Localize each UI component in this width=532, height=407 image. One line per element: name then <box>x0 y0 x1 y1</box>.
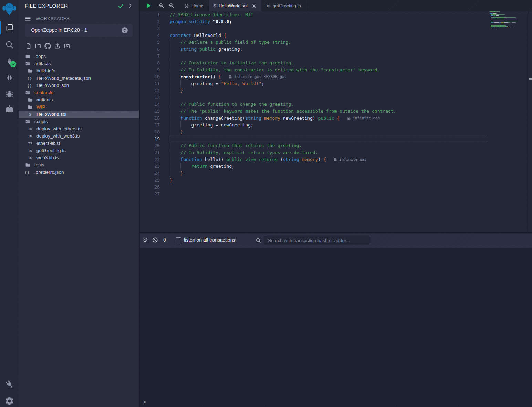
tree-item-label: HelloWorld.sol <box>36 112 66 117</box>
terminal-output[interactable]: > <box>140 248 532 407</box>
code-line-27[interactable]: 27 <box>140 191 487 197</box>
code-line-15[interactable]: 15 // The "public" keyword makes the fun… <box>140 108 487 115</box>
typescript-icon: TS <box>27 147 33 153</box>
tree-item--prettierrc-json[interactable]: { }.prettierrc.json <box>19 169 139 176</box>
code-line-11[interactable]: 11 greeting = "Hello, World!"; <box>140 80 487 87</box>
code-line-9[interactable]: 9 // In Solidity, the constructor is def… <box>140 67 487 73</box>
search-icon <box>5 40 14 49</box>
code-line-18[interactable]: 18 } <box>140 129 487 135</box>
code-line-5[interactable]: 5 // Declare a public field of type stri… <box>140 39 487 46</box>
solidity-icon: S <box>213 3 217 8</box>
tree-item-deploy-with-ethers-ts[interactable]: TSdeploy_with_ethers.ts <box>19 125 139 132</box>
tree-item-deploy-with-web3-ts[interactable]: TSdeploy_with_web3.ts <box>19 132 139 140</box>
code-line-2[interactable]: 2pragma solidity ^0.8.0; <box>140 18 487 25</box>
gas-pump-icon <box>229 75 234 79</box>
code-line-6[interactable]: 6 string public greeting; <box>140 46 487 53</box>
code-line-25[interactable]: 25} <box>140 177 487 184</box>
new-file-icon[interactable] <box>25 42 32 50</box>
code-line-23[interactable]: 23 return greeting; <box>140 163 487 170</box>
code-line-7[interactable]: 7 <box>140 53 487 60</box>
file-explorer-panel: FILE EXPLORER WORKSPACES OpenZeppelin ER… <box>19 0 140 407</box>
workspaces-label: WORKSPACES <box>36 16 70 21</box>
upload-file-icon[interactable] <box>54 42 61 50</box>
workspace-select[interactable]: OpenZeppelin ERC20 - 1 <box>25 24 133 37</box>
code-line-20[interactable]: 20 // Public function that returns the g… <box>140 142 487 149</box>
code-line-4[interactable]: 4contract HelloWorld { <box>140 32 487 39</box>
code-line-12[interactable]: 12 } <box>140 87 487 94</box>
code-text: greeting = "Hello, World!"; <box>170 80 264 87</box>
line-number: 25 <box>140 177 160 184</box>
tree-item-ethers-lib-ts[interactable]: TSethers-lib.ts <box>19 140 139 147</box>
plug-icon <box>5 379 14 389</box>
folder-icon <box>25 53 31 59</box>
line-number: 26 <box>140 184 160 191</box>
activity-item-deploy-and-run[interactable] <box>0 70 19 85</box>
tree-item-artifacts[interactable]: artifacts <box>19 60 139 67</box>
tree-item--deps[interactable]: .deps <box>19 53 139 60</box>
scrollbar-thumb[interactable] <box>529 78 532 80</box>
tree-item-helloworld-sol[interactable]: SHelloWorld.sol <box>19 111 139 118</box>
chevrons-down-icon[interactable] <box>143 238 148 243</box>
json-icon: { } <box>27 75 32 81</box>
close-icon[interactable] <box>252 3 257 8</box>
remix-logo-icon[interactable] <box>1 1 17 17</box>
new-folder-icon[interactable] <box>34 42 41 50</box>
tree-item-getgreeting-ts[interactable]: TSgetGreeting.ts <box>19 147 139 154</box>
play-icon[interactable] <box>145 2 152 9</box>
code-line-24[interactable]: 24 } <box>140 170 487 177</box>
code-line-17[interactable]: 17 greeting = newGreeting; <box>140 122 487 129</box>
typescript-icon: TS <box>27 133 33 139</box>
activity-item-debugger[interactable] <box>0 86 19 101</box>
tab-getgreeting-ts[interactable]: TSgetGreeting.ts <box>262 0 306 11</box>
tree-item-tests[interactable]: tests <box>19 161 139 169</box>
activity-item-search[interactable] <box>0 37 19 52</box>
code-text: greeting = newGreeting; <box>170 122 253 129</box>
tree-item-contracts[interactable]: contracts <box>19 89 139 96</box>
tab-home[interactable]: Home <box>179 0 209 11</box>
tree-item-web3-lib-ts[interactable]: TSweb3-lib.ts <box>19 154 139 161</box>
code-line-13[interactable]: 13 <box>140 94 487 101</box>
code-line-21[interactable]: 21 // In Solidity, explicit return types… <box>140 149 487 156</box>
github-icon[interactable] <box>44 42 51 50</box>
tree-item-build-info[interactable]: build-info <box>19 67 139 74</box>
code-line-19[interactable]: 19 <box>140 135 487 142</box>
code-line-22[interactable]: 22 function hello() public view returns … <box>140 156 487 163</box>
tree-item-helloworld-metadata-json[interactable]: { }HelloWorld_metadata.json <box>19 74 139 82</box>
tab-helloworld-sol[interactable]: SHelloWorld.sol <box>209 0 262 11</box>
ban-icon[interactable] <box>152 237 158 243</box>
code-line-16[interactable]: 16 function changeGreeting(string memory… <box>140 115 487 122</box>
zoom-out-icon[interactable] <box>159 3 165 9</box>
activity-item-learneth[interactable] <box>0 102 19 117</box>
tree-item-artifacts[interactable]: artifacts <box>19 96 139 103</box>
tree-item-label: getGreeting.ts <box>36 148 66 153</box>
workspace-name: OpenZeppelin ERC20 - 1 <box>31 27 87 33</box>
tree-item-helloworld-json[interactable]: { }HelloWorld.json <box>19 82 139 89</box>
hamburger-menu-icon[interactable] <box>25 16 31 21</box>
code-text: // Declare a public field of type string… <box>170 39 291 46</box>
activity-item-solidity-compiler[interactable] <box>0 53 19 69</box>
activity-item-file-explorer[interactable] <box>0 20 19 35</box>
code-line-8[interactable]: 8 // Constructor to initialize the greet… <box>140 60 487 67</box>
code-line-3[interactable]: 3 <box>140 25 487 32</box>
remix-ide-window: FILE EXPLORER WORKSPACES OpenZeppelin ER… <box>0 0 532 407</box>
code-line-14[interactable]: 14 // Public function to change the gree… <box>140 101 487 108</box>
line-number: 1 <box>140 11 160 18</box>
activity-item-plugin-manager[interactable] <box>0 376 19 391</box>
line-number: 14 <box>140 101 160 108</box>
chevron-right-icon[interactable] <box>128 3 133 8</box>
json-icon: { } <box>24 169 30 175</box>
code-line-1[interactable]: 1// SPDX-License-Identifier: MIT <box>140 11 487 18</box>
minimap[interactable] <box>490 11 528 33</box>
listen-transactions-checkbox[interactable] <box>176 237 181 243</box>
tree-item-scripts[interactable]: scripts <box>19 118 139 125</box>
transaction-search-input[interactable] <box>264 236 370 245</box>
editor-scrollbar[interactable] <box>528 11 532 232</box>
tree-item-wip[interactable]: WIP <box>19 103 139 111</box>
code-editor[interactable]: 1// SPDX-License-Identifier: MIT2pragma … <box>140 11 532 232</box>
zoom-in-icon[interactable] <box>169 3 175 9</box>
activity-item-settings[interactable] <box>0 393 19 407</box>
code-line-26[interactable]: 26 <box>140 184 487 191</box>
upload-folder-icon[interactable] <box>63 42 70 50</box>
code-line-10[interactable]: 10 constructor() {infinite gas 368600 ga… <box>140 73 487 80</box>
folder-icon <box>27 97 33 103</box>
